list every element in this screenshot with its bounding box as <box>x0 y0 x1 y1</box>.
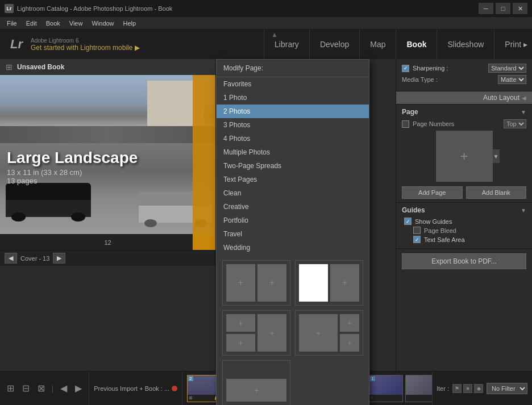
layout-previews: + + + + + + + + + <box>217 254 369 405</box>
lr-info: Adobe Lightroom 6 Get started with Light… <box>31 37 140 52</box>
filmstrip-source-label: Previous Import + Book : ... <box>94 385 169 392</box>
filter-color-icon[interactable]: ◆ <box>474 384 483 393</box>
dropdown-1photo[interactable]: 1 Photo <box>217 91 369 105</box>
filmstrip-controls: ⊞ ⊟ ⊠ | ◀ ▶ <box>0 371 89 405</box>
menu-view[interactable]: View <box>65 19 88 28</box>
auto-layout-label: Auto Layout <box>483 94 519 102</box>
nav-slideshow[interactable]: Slideshow <box>437 30 494 59</box>
menu-window[interactable]: Window <box>87 19 118 28</box>
page-numbers-position: Top <box>504 119 526 128</box>
dropdown-2photos[interactable]: 2 Photos <box>217 105 369 118</box>
book-text-overlay: Large Landscape 13 x 11 in (33 x 28 cm) … <box>7 149 138 185</box>
page-collapse-icon[interactable]: ▼ <box>521 109 526 115</box>
auto-layout-bar[interactable]: Auto Layout ◀ <box>396 91 532 105</box>
filter-select[interactable]: No Filter <box>487 383 527 394</box>
dropdown-3photos[interactable]: 3 Photos <box>217 118 369 132</box>
app-icon: Lr <box>5 4 14 13</box>
page-nav-prev[interactable]: ◀ <box>5 253 17 264</box>
guides-collapse-icon[interactable]: ▼ <box>521 207 526 214</box>
dropdown-wedding[interactable]: Wedding <box>217 241 369 254</box>
text-safe-area-checkbox[interactable]: ✓ <box>413 236 421 243</box>
layout-card-4[interactable]: + + + <box>295 310 363 356</box>
layout-card-1[interactable]: + + <box>222 260 290 306</box>
add-buttons: Add Page Add Blank <box>402 186 526 199</box>
dropdown-multiple[interactable]: Multiple Photos <box>217 145 369 159</box>
dropdown-textpages[interactable]: Text Pages <box>217 173 369 186</box>
book-size: 13 x 11 in (33 x 28 cm) <box>7 168 138 177</box>
page-bleed-row: Page Bleed <box>402 227 526 234</box>
menu-edit[interactable]: Edit <box>22 19 41 28</box>
dropdown-twopages[interactable]: Two-Page Spreads <box>217 159 369 173</box>
maximize-button[interactable]: □ <box>496 3 510 14</box>
book-title: Large Landscape <box>7 149 138 167</box>
sharpening-row: ✓ Sharpening : Standard <box>402 64 526 73</box>
nav-develop[interactable]: Develop <box>309 30 359 59</box>
book-preview: Large Landscape 13 x 11 in (33 x 28 cm) … <box>0 75 215 234</box>
show-guides-checkbox[interactable]: ✓ <box>404 218 412 225</box>
menu-file[interactable]: File <box>2 19 22 28</box>
page-bleed-label: Page Bleed <box>424 227 456 234</box>
thumb-icon-1: ⊞ <box>189 395 193 400</box>
filter-label: lter : <box>437 385 449 392</box>
media-type-label: Media Type : <box>402 76 438 83</box>
page-thumbnail: + ▼ <box>436 131 493 182</box>
position-select[interactable]: Top <box>504 119 526 128</box>
page-number-bar: 12 <box>0 234 215 250</box>
filmstrip-grid-3-button[interactable]: ⊠ <box>35 382 47 395</box>
sharpening-select[interactable]: Standard <box>488 64 526 73</box>
page-section-header: Page ▼ <box>402 108 526 116</box>
page-orange-indicator <box>193 234 215 250</box>
layout-card-3[interactable]: + + + <box>222 310 290 356</box>
layout-card-5[interactable]: + <box>222 360 290 405</box>
dropdown-travel[interactable]: Travel <box>217 227 369 241</box>
media-type-select[interactable]: Matte <box>498 75 526 84</box>
dropdown-favorites[interactable]: Favorites <box>217 77 369 91</box>
close-button[interactable]: ✕ <box>513 3 527 14</box>
layout-card-2[interactable]: + <box>295 260 363 306</box>
dropdown-portfolio[interactable]: Portfolio <box>217 214 369 227</box>
menu-book[interactable]: Book <box>41 19 65 28</box>
dropdown-creative[interactable]: Creative <box>217 200 369 214</box>
add-blank-button[interactable]: Add Blank <box>466 186 527 199</box>
filter-flag-icon[interactable]: ⚑ <box>452 384 462 393</box>
add-page-button[interactable]: Add Page <box>402 186 463 199</box>
dropdown-clean[interactable]: Clean <box>217 186 369 200</box>
left-panel-content: Large Landscape 13 x 11 in (33 x 28 cm) … <box>0 75 215 371</box>
page-bleed-checkbox[interactable] <box>413 227 421 234</box>
filmstrip-grid-1-button[interactable]: ⊟ <box>20 382 32 395</box>
nav-print[interactable]: Print ▸ <box>494 30 532 59</box>
left-panel: ⊞ Unsaved Book <box>0 59 216 371</box>
filmstrip-thumb-7[interactable] <box>405 375 431 402</box>
page-nav-next[interactable]: ▶ <box>53 253 65 264</box>
guides-label: Guides <box>402 206 425 214</box>
sharpening-checkbox[interactable]: ✓ <box>402 65 409 72</box>
road <box>0 126 215 143</box>
menu-help[interactable]: Help <box>119 19 141 28</box>
orange-bar <box>193 75 215 234</box>
page-thumb-expand-icon[interactable]: ▼ <box>493 149 500 163</box>
media-type-row: Media Type : Matte <box>402 75 526 84</box>
thumb-bar-7 <box>406 395 431 402</box>
filter-icons: ⚑ ★ ◆ <box>452 384 483 393</box>
left-panel-nav: ◀ Cover - 13 ▶ <box>0 250 215 266</box>
filmstrip-grid-2-button[interactable]: ⊞ <box>5 382 16 395</box>
sharpening-label: Sharpening : <box>413 65 448 72</box>
export-button[interactable]: Export Book to PDF... <box>402 253 526 269</box>
nav-map[interactable]: Map <box>359 30 396 59</box>
mobile-link[interactable]: Get started with Lightroom mobile ▶ <box>31 44 140 52</box>
filmstrip-nav-forward-button[interactable]: ▶ <box>73 382 84 395</box>
text-safe-area-label: Text Safe Area <box>424 236 465 243</box>
filmstrip-source: Previous Import + Book : ... <box>89 371 182 405</box>
minimize-button[interactable]: ─ <box>479 3 493 14</box>
filter-star-icon[interactable]: ★ <box>463 384 472 393</box>
window-title: Lightroom Catalog - Adobe Photoshop Ligh… <box>17 5 172 12</box>
page-numbers-checkbox[interactable] <box>402 120 409 128</box>
thumb-badge-1: 2 <box>188 376 193 381</box>
dropdown-4photos[interactable]: 4 Photos <box>217 132 369 145</box>
filmstrip-thumb-6[interactable]: 1 ○ <box>369 375 403 402</box>
page-numbers-label: Page Numbers <box>413 120 454 127</box>
book-pages: 13 pages <box>7 177 138 185</box>
filmstrip-nav-back-button[interactable]: ◀ <box>58 382 69 395</box>
nav-book[interactable]: Book <box>396 30 437 59</box>
show-guides-label: Show Guides <box>415 218 452 225</box>
